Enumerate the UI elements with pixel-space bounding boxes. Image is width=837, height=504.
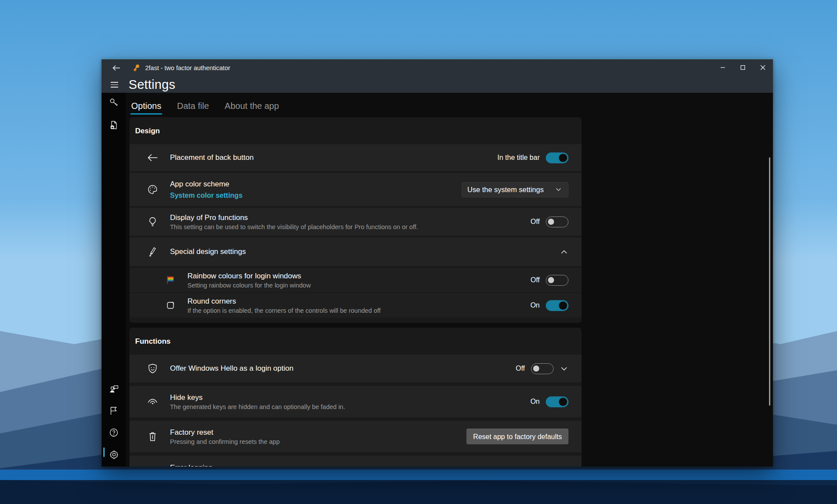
toggle-state-label: Off	[516, 365, 525, 372]
rainbow-flag-icon	[165, 275, 176, 285]
setting-subtitle: Setting rainbow colours for the login wi…	[187, 282, 311, 289]
setting-title: App color scheme	[170, 180, 242, 189]
flag-icon	[109, 406, 119, 416]
setting-title: Hide keys	[170, 393, 345, 402]
sidebar-item-tokens[interactable]	[105, 94, 122, 111]
setting-row-factory-reset[interactable]: Factory reset Pressing and confirming re…	[129, 421, 582, 452]
trash-icon	[147, 431, 158, 442]
maximize-icon	[740, 65, 745, 70]
section-title-design: Design	[135, 127, 582, 135]
back-arrow-icon	[112, 65, 120, 71]
setting-row-hide-keys[interactable]: Hide keys The generated keys are hidden …	[129, 386, 582, 417]
setting-title: Rainbow colours for login windows	[187, 272, 311, 281]
page-title: Settings	[129, 78, 175, 92]
window-title: 2fast - two factor authenticator	[145, 64, 230, 71]
palette-icon	[147, 184, 158, 195]
pro-functions-toggle[interactable]	[546, 216, 568, 227]
sidebar-item-datafile[interactable]	[105, 116, 122, 134]
windows-hello-icon	[147, 363, 158, 374]
design-panel: Design Placement of back button In the t…	[129, 117, 582, 323]
setting-title: Offer Windows Hello as a login option	[170, 364, 293, 373]
setting-subtitle: If the option is enabled, the corners of…	[187, 307, 381, 314]
toggle-state-label: On	[531, 301, 540, 309]
eye-icon	[147, 397, 158, 406]
setting-title: Round corners	[187, 297, 381, 306]
help-icon	[109, 427, 119, 438]
setting-title: Placement of back button	[170, 153, 254, 162]
chevron-down-icon	[554, 188, 563, 191]
minimize-icon	[720, 65, 725, 70]
titlebar: 2fast - two factor authenticator Setting…	[102, 59, 773, 93]
setting-title: Error logging	[170, 463, 212, 467]
system-color-settings-link[interactable]: System color settings	[170, 192, 242, 200]
settings-tabs: Options Data file About the app	[129, 93, 773, 116]
locked-file-icon	[109, 120, 119, 130]
lightbulb-icon	[147, 216, 158, 227]
maximize-button[interactable]	[733, 59, 753, 76]
settings-content: Options Data file About the app Design P…	[126, 93, 773, 467]
chevron-down-icon[interactable]	[560, 367, 568, 371]
minimize-button[interactable]	[713, 59, 733, 76]
toggle-state-label: Off	[531, 218, 540, 226]
rainbow-colours-toggle[interactable]	[546, 275, 568, 286]
setting-subtitle: The generated keys are hidden and can op…	[170, 403, 345, 410]
toggle-state-label: On	[531, 398, 540, 406]
sidebar-item-whatsnew[interactable]	[105, 402, 122, 419]
tab-options[interactable]: Options	[131, 101, 161, 116]
setting-row-round-corners[interactable]: Round corners If the option is enabled, …	[129, 293, 582, 318]
key-icon	[109, 97, 119, 108]
round-corners-toggle[interactable]	[546, 300, 568, 311]
functions-panel: Functions Offer Windows Hello as a login…	[129, 328, 582, 467]
back-button-placement-toggle[interactable]	[546, 152, 568, 163]
dropdown-value: Use the system settings	[467, 186, 544, 194]
vertical-scrollbar[interactable]	[769, 157, 770, 406]
setting-title: Special design settings	[170, 247, 246, 256]
rounded-corners-icon	[165, 301, 176, 310]
setting-title: Display of Pro functions	[170, 213, 418, 222]
section-title-functions: Functions	[135, 337, 582, 346]
nav-sidebar	[102, 93, 126, 467]
tab-data-file[interactable]: Data file	[177, 101, 209, 116]
sidebar-active-indicator	[103, 447, 105, 457]
windows-hello-toggle[interactable]	[531, 363, 554, 374]
setting-row-pro-functions[interactable]: Display of Pro functions This setting ca…	[129, 208, 582, 236]
sidebar-item-help[interactable]	[105, 424, 122, 441]
feedback-icon	[109, 384, 119, 395]
sidebar-item-settings[interactable]	[105, 446, 122, 463]
app-key-icon	[131, 63, 141, 73]
titlebar-back-button[interactable]	[109, 61, 124, 74]
setting-subtitle: Pressing and confirming resets the app	[170, 438, 279, 445]
color-scheme-dropdown[interactable]: Use the system settings	[462, 182, 568, 197]
paintbrush-icon	[147, 247, 158, 257]
setting-row-windows-hello[interactable]: Offer Windows Hello as a login option Of…	[129, 355, 582, 382]
settings-gear-icon	[109, 449, 119, 460]
setting-row-app-color-scheme[interactable]: App color scheme System color settings U…	[129, 173, 582, 206]
factory-reset-button[interactable]: Reset app to factory defaults	[466, 429, 568, 444]
tab-about-the-app[interactable]: About the app	[225, 101, 279, 116]
setting-row-rainbow-colours[interactable]: Rainbow colours for login windows Settin…	[129, 268, 582, 292]
close-icon	[760, 65, 766, 70]
toggle-state-label: Off	[531, 276, 540, 284]
hide-keys-toggle[interactable]	[546, 396, 568, 407]
toggle-state-label: In the title bar	[497, 154, 540, 162]
app-window: 2fast - two factor authenticator Setting…	[102, 59, 773, 467]
chevron-up-icon[interactable]	[560, 250, 568, 254]
setting-row-special-design[interactable]: Special design settings	[129, 237, 582, 266]
sidebar-item-feedback[interactable]	[105, 380, 122, 398]
nav-menu-button[interactable]	[108, 79, 121, 91]
setting-subtitle: This setting can be used to switch the v…	[170, 223, 418, 230]
back-arrow-icon	[147, 154, 158, 162]
setting-row-back-button-placement[interactable]: Placement of back button In the title ba…	[129, 144, 582, 171]
setting-row-error-logging[interactable]: Error logging	[129, 456, 582, 467]
close-button[interactable]	[753, 59, 773, 76]
setting-title: Factory reset	[170, 428, 279, 437]
